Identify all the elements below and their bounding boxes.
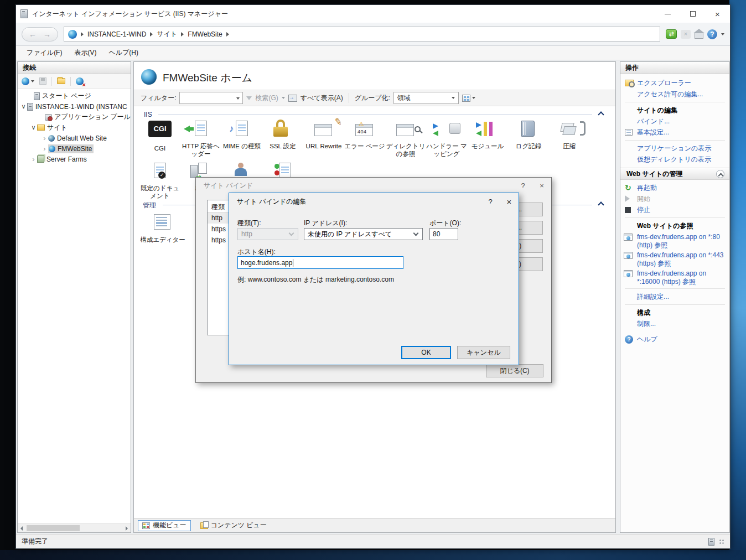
back-button[interactable]: ←: [29, 30, 37, 39]
action-browse-https[interactable]: fms-dev.frudens.app on *:443 (https) 参照: [620, 251, 729, 268]
collapse-section-icon[interactable]: [598, 111, 604, 117]
tree-item-app-pools[interactable]: アプリケーション プール: [18, 112, 131, 122]
action-restart[interactable]: ↻ 再起動: [620, 182, 729, 193]
action-explorer[interactable]: エクスプローラー: [620, 77, 729, 89]
feature-default-document[interactable]: ✓ 既定のドキュメント: [139, 160, 180, 200]
action-bindings[interactable]: バインド...: [620, 116, 729, 127]
maximize-button[interactable]: [680, 5, 705, 23]
expander-closed-icon[interactable]: ›: [41, 134, 48, 142]
feature-http-response-headers[interactable]: HTTP 応答ヘッダー: [180, 118, 221, 158]
connect-button[interactable]: [22, 77, 34, 85]
scroll-left-icon[interactable]: [20, 526, 23, 531]
close-button[interactable]: ×: [705, 5, 730, 23]
dialog-close-icon[interactable]: ×: [532, 182, 551, 190]
breadcrumb-arrow-icon: [226, 32, 229, 37]
breadcrumb-arrow-icon: [181, 32, 184, 37]
dialog-help-icon[interactable]: ?: [481, 198, 500, 206]
expander-closed-icon[interactable]: ›: [41, 144, 48, 153]
collapse-chevron-icon[interactable]: [716, 170, 724, 178]
search-button[interactable]: 検索(G): [255, 94, 278, 103]
action-browse-https-16000[interactable]: fms-dev.frudens.app on *:16000 (https) 参…: [620, 269, 729, 286]
collapse-section-icon[interactable]: [598, 201, 604, 208]
dialog-title: サイト バインド: [204, 181, 514, 190]
feature-configuration-editor[interactable]: 構成エディター: [139, 212, 186, 243]
expander-closed-icon[interactable]: ›: [30, 155, 37, 163]
refresh-icon[interactable]: ⇄: [666, 29, 677, 39]
action-view-virtual-directories[interactable]: 仮想ディレクトリの表示: [620, 154, 729, 165]
forward-button[interactable]: →: [43, 30, 51, 39]
ip-address-select[interactable]: 未使用の IP アドレスすべて: [304, 228, 423, 240]
feature-compression[interactable]: 圧縮: [549, 118, 590, 158]
action-view-applications[interactable]: アプリケーションの表示: [620, 143, 729, 154]
disconnect-icon[interactable]: [76, 77, 84, 85]
menu-file[interactable]: ファイル(F): [20, 48, 68, 58]
scrollbar-thumb[interactable]: [27, 525, 80, 531]
home-icon[interactable]: [695, 33, 703, 39]
manage-website-header[interactable]: Web サイトの管理: [620, 168, 729, 180]
breadcrumb-site[interactable]: FMWebSite: [188, 30, 222, 38]
cancel-button[interactable]: キャンセル: [457, 346, 510, 359]
scroll-right-icon[interactable]: [126, 526, 128, 531]
tab-features-view[interactable]: 機能ビュー: [138, 520, 191, 531]
expander-open-icon[interactable]: ∨: [30, 124, 37, 131]
menu-help[interactable]: ヘルプ(H): [102, 48, 144, 58]
feature-handler-mappings[interactable]: ハンドラー マッピング: [426, 118, 467, 158]
feature-url-rewrite[interactable]: ✎ URL Rewrite: [303, 118, 344, 158]
minimize-button[interactable]: [655, 5, 680, 23]
feature-ssl-settings[interactable]: SSL 設定: [262, 118, 303, 158]
tree-item-server-farms[interactable]: › Server Farms: [18, 154, 131, 164]
up-folder-icon[interactable]: [57, 78, 65, 84]
show-all-button[interactable]: すべて表示(A): [301, 94, 343, 103]
feature-mime-types[interactable]: ♪ MIME の種類: [221, 118, 262, 158]
feature-logging[interactable]: ログ記録: [508, 118, 549, 158]
site-icon: [49, 146, 55, 152]
tree-item-default-web-site[interactable]: › Default Web Site: [18, 133, 131, 143]
feature-error-pages[interactable]: ⚠404 エラー ページ: [344, 118, 385, 158]
tree-item-server[interactable]: ∨ INSTANCE-1-WIND (INSTANC: [18, 101, 131, 112]
action-browse-http[interactable]: fms-dev.frudens.app on *:80 (http) 参照: [620, 233, 729, 250]
tab-content-view[interactable]: コンテンツ ビュー: [196, 520, 271, 531]
ok-button[interactable]: OK: [401, 346, 451, 359]
edit-site-binding-dialog: サイト バインドの編集 ? × 種類(T): http IP アドレス(I): …: [229, 193, 519, 365]
breadcrumb-arrow-icon: [150, 32, 153, 37]
group-by-select[interactable]: 領域: [393, 92, 459, 104]
horizontal-scrollbar[interactable]: [18, 523, 131, 532]
help-icon: ?: [625, 335, 633, 344]
ip-address-label: IP アドレス(I):: [304, 219, 347, 228]
help-icon[interactable]: ?: [707, 29, 717, 39]
resize-grip[interactable]: [719, 539, 724, 545]
action-advanced-settings[interactable]: 詳細設定...: [620, 291, 729, 302]
action-basic-settings[interactable]: 基本設定...: [620, 127, 729, 138]
status-text: 準備完了: [22, 537, 48, 546]
host-name-input[interactable]: hoge.frudens.app: [237, 256, 403, 269]
sites-folder-icon: [37, 125, 45, 131]
cgi-icon: CGI: [148, 121, 172, 137]
action-limits[interactable]: 制限...: [620, 318, 729, 329]
tree-item-start-page[interactable]: スタート ページ: [18, 91, 131, 101]
feature-modules[interactable]: モジュール: [467, 118, 508, 158]
actions-panel: 操作 エクスプローラー アクセス許可の編集... サイトの編集 バインド... …: [620, 61, 730, 533]
tree-item-fmwebsite[interactable]: › FMWebSite: [18, 143, 131, 154]
expander-open-icon[interactable]: ∨: [20, 103, 27, 110]
dropdown-chevron-icon: [413, 231, 419, 236]
action-stop[interactable]: 停止: [620, 204, 729, 215]
breadcrumb-server[interactable]: INSTANCE-1-WIND: [87, 30, 146, 38]
dialog-close-icon[interactable]: ×: [500, 197, 519, 206]
filter-input[interactable]: [179, 92, 243, 104]
feature-cgi[interactable]: CGI CGI: [139, 118, 180, 158]
address-bar[interactable]: INSTANCE-1-WIND サイト FMWebSite: [64, 27, 660, 42]
port-input[interactable]: 80: [429, 228, 458, 240]
view-mode-button[interactable]: [462, 95, 475, 102]
menu-view[interactable]: 表示(V): [68, 48, 102, 58]
action-help[interactable]: ? ヘルプ: [620, 334, 729, 345]
breadcrumb-sites[interactable]: サイト: [157, 29, 177, 39]
close-dialog-button[interactable]: 閉じる(C): [486, 364, 543, 377]
action-edit-permissions[interactable]: アクセス許可の編集...: [620, 89, 729, 100]
help-dropdown-icon[interactable]: [721, 33, 724, 35]
tree-item-sites[interactable]: ∨ サイト: [18, 122, 131, 133]
stop-icon: ×: [681, 30, 691, 39]
dialog-help-icon[interactable]: ?: [514, 182, 532, 190]
dropdown-caret-icon: [452, 97, 455, 99]
minimize-icon: [665, 14, 671, 14]
feature-directory-browsing[interactable]: ディレクトリの参照: [385, 118, 426, 158]
